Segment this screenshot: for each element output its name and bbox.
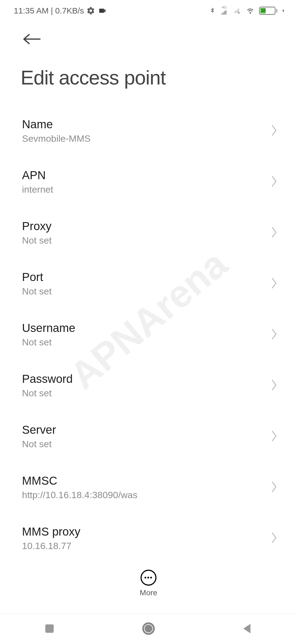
chevron-right-icon <box>271 379 278 392</box>
4g-label: 4G <box>222 6 226 9</box>
signal-no-sim-icon <box>232 7 241 14</box>
setting-label: Server <box>22 423 271 436</box>
signal-4g-group: 4G <box>219 6 229 16</box>
setting-mms-proxy[interactable]: MMS proxy 10.16.18.77 <box>0 513 297 564</box>
status-sep: | <box>51 6 53 15</box>
settings-list: Name Sevmobile-MMS APN internet Proxy No… <box>0 105 297 564</box>
setting-name[interactable]: Name Sevmobile-MMS <box>0 105 297 156</box>
svg-point-2 <box>145 626 152 632</box>
setting-label: MMS proxy <box>22 525 271 538</box>
page-title: Edit access point <box>0 55 297 105</box>
wifi-icon <box>245 6 256 15</box>
status-bar: 11:35 AM | 0.7KB/s 4G 38 <box>0 0 297 18</box>
more-icon: ••• <box>141 570 156 586</box>
status-data-rate: 0.7KB/s <box>55 6 84 15</box>
nav-back-button[interactable] <box>240 621 255 637</box>
chevron-right-icon <box>271 328 278 341</box>
setting-value: http://10.16.18.4:38090/was <box>22 490 271 500</box>
battery-indicator: 38 <box>259 7 277 15</box>
setting-label: Port <box>22 271 271 284</box>
setting-port[interactable]: Port Not set <box>0 258 297 309</box>
setting-label: Username <box>22 321 271 335</box>
setting-value: Sevmobile-MMS <box>22 133 271 144</box>
setting-value: Not set <box>22 286 271 297</box>
setting-value: Not set <box>22 235 271 246</box>
chevron-right-icon <box>271 124 278 138</box>
setting-label: MMSC <box>22 474 271 487</box>
signal-icon <box>219 9 229 16</box>
setting-label: Proxy <box>22 220 271 233</box>
chevron-right-icon <box>271 277 278 290</box>
setting-label: Password <box>22 372 271 386</box>
setting-value: Not set <box>22 337 271 348</box>
nav-home-button[interactable] <box>141 621 156 637</box>
svg-rect-0 <box>45 624 54 632</box>
nav-recent-button[interactable] <box>42 621 57 637</box>
chevron-right-icon <box>271 430 278 443</box>
more-button[interactable]: ••• More <box>140 570 157 597</box>
setting-value: Not set <box>22 388 271 399</box>
setting-value: internet <box>22 184 271 195</box>
charging-icon <box>280 6 286 15</box>
bluetooth-icon <box>208 6 216 16</box>
setting-username[interactable]: Username Not set <box>0 309 297 360</box>
system-nav-bar <box>0 614 297 644</box>
setting-value: Not set <box>22 439 271 449</box>
setting-proxy[interactable]: Proxy Not set <box>0 207 297 258</box>
more-label: More <box>140 588 157 597</box>
setting-apn[interactable]: APN internet <box>0 156 297 207</box>
back-button[interactable] <box>22 42 41 47</box>
camera-icon <box>97 7 107 15</box>
setting-value: 10.16.18.77 <box>22 541 271 551</box>
setting-server[interactable]: Server Not set <box>0 411 297 462</box>
chevron-right-icon <box>271 226 278 239</box>
setting-label: APN <box>22 169 271 182</box>
setting-mmsc[interactable]: MMSC http://10.16.18.4:38090/was <box>0 462 297 513</box>
battery-percent: 38 <box>260 8 266 13</box>
setting-label: Name <box>22 118 271 131</box>
chevron-right-icon <box>271 532 278 545</box>
setting-password[interactable]: Password Not set <box>0 360 297 411</box>
chevron-right-icon <box>271 175 278 189</box>
status-time: 11:35 AM <box>14 6 49 15</box>
gear-icon <box>86 6 95 15</box>
chevron-right-icon <box>271 481 278 494</box>
